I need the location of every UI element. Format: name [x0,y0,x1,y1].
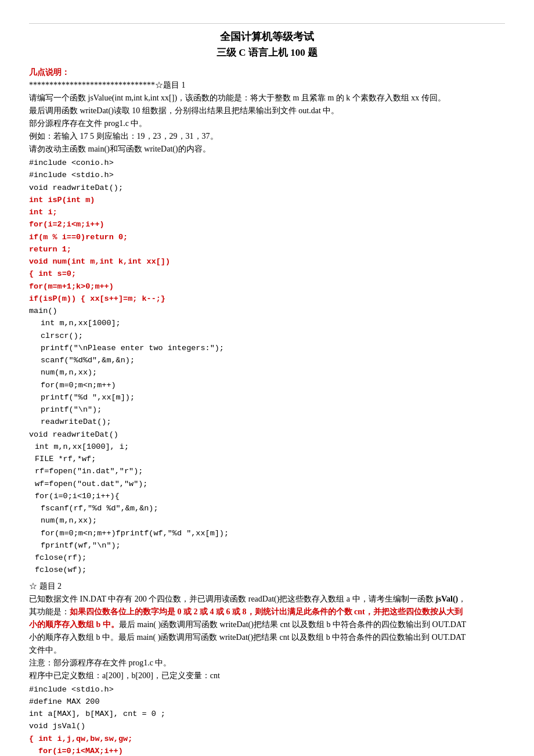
code-line: void jsVal() [29,721,505,732]
stars-line: *******************************☆题目 1 [29,79,505,91]
section2-intro: ☆ 题目 2 已知数据文件 IN.DAT 中存有 200 个四位数，并已调用读函… [29,580,505,682]
code-line: scanf("%d%d",&m,&n); [29,355,505,366]
code-line: FILE *rf,*wf; [29,453,505,465]
code-line: readwriteDat(); [29,416,505,428]
code-line: printf("%d ",xx[m]); [29,392,505,404]
section2-line2: 其功能是：如果四位数各位上的数字均是 0 或 2 或 4 或 6 或 8，则统计… [29,606,505,618]
code-line: int i; [29,207,505,218]
page-subtitle: 三级 C 语言上机 100 题 [29,46,505,59]
code-line: fscanf(rf,"%d %d",&m,&n); [29,503,505,514]
code-line: #include <stdio.h> [29,684,505,696]
desc-line1: 请编写一个函数 jsValue(int m,int k,int xx[])，该函… [29,92,505,104]
code-line: wf=fopen("out.dat","w"); [29,478,505,490]
code-line: #include <conio.h> [29,157,505,169]
desc-line4: 例如：若输入 17 5 则应输出：19，23，29，31，37。 [29,130,505,142]
code-line: fclose(wf); [29,564,505,576]
code-line: void num(int m,int k,int xx[]) [29,256,505,268]
code-line: #define MAX 200 [29,696,505,708]
code-line: fclose(rf); [29,552,505,564]
code-line: int m,n,xx[1000]; [29,318,505,329]
code-line: clrscr(); [29,330,505,342]
code-line: for(m=m+1;k>0;m++) [29,281,505,293]
section2-line3: 小的顺序存入数组 b 中。最后 main( )函数调用写函数 writeDat(… [29,618,505,631]
code-line: fprintf(wf,"\n"); [29,540,505,552]
code-block-1: #include <conio.h> #include <stdio.h> vo… [29,157,505,577]
code-line: void readwriteDat() [29,429,505,441]
section2-line1: 已知数据文件 IN.DAT 中存有 200 个四位数，并已调用读函数 readD… [29,593,505,605]
notes-label: 几点说明： [29,66,505,78]
top-divider [29,23,505,24]
section2-title: ☆ 题目 2 [29,580,505,592]
code-line: return 1; [29,244,505,255]
code-line: num(m,n,xx); [29,367,505,379]
code-line: if(m % i==0)return 0; [29,232,505,243]
code-block-2: #include <stdio.h> #define MAX 200 int a… [29,684,505,757]
code-line: printf("\nPlease enter two integers:"); [29,343,505,354]
code-line: for(m=0;m<n;m++)fprintf(wf,"%d ",xx[m]); [29,528,505,539]
code-line: int isP(int m) [29,195,505,206]
code-line: rf=fopen("in.dat","r"); [29,466,505,477]
code-line: printf("\n"); [29,404,505,416]
code-line: for(i=0;i<10;i++){ [29,491,505,502]
code-line: void readwriteDat(); [29,182,505,194]
code-line: main() [29,305,505,317]
code-line: #include <stdio.h> [29,170,505,181]
section2-note1: 文件中。 [29,644,505,656]
code-line: int a[MAX], b[MAX], cnt = 0 ; [29,708,505,720]
code-line: for(i=2;i<m;i++) [29,219,505,231]
code-line: { int i,j,qw,bw,sw,gw; [29,733,505,745]
code-line: for(m=0;m<n;m++) [29,380,505,391]
section2-note2: 注意：部分源程序存在文件 prog1.c 中。 [29,657,505,669]
code-line: if(isP(m)) { xx[s++]=m; k--;} [29,293,505,305]
code-line: { int s=0; [29,268,505,280]
section2-line4: 小的顺序存入数组 b 中。最后 main( )函数调用写函数 writeDat(… [29,631,505,643]
section2-note3: 程序中已定义数组：a[200]，b[200]，已定义变量：cnt [29,669,505,682]
code-line: num(m,n,xx); [29,515,505,527]
page-title: 全国计算机等级考试 [29,30,505,44]
desc-line3: 部分源程序存在文件 prog1.c 中。 [29,117,505,129]
code-line: int m,n,xx[1000], i; [29,441,505,453]
desc-line2: 最后调用函数 writeDat()读取 10 组数据，分别得出结果且把结果输出到… [29,105,505,117]
desc-line5: 请勿改动主函数 main()和写函数 writeDat()的内容。 [29,143,505,155]
code-line: for(i=0;i<MAX;i++) [29,746,505,756]
